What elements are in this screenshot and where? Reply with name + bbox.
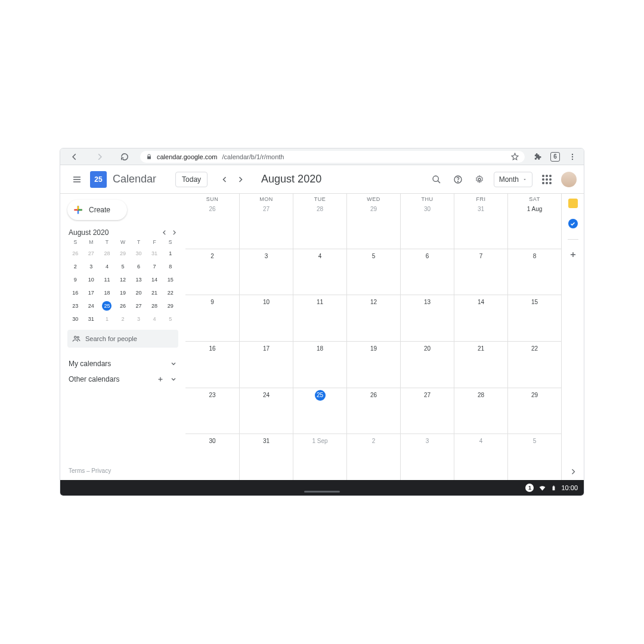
mini-day-cell[interactable]: 29	[166, 301, 175, 311]
day-cell[interactable]: 10	[239, 295, 293, 341]
help-icon[interactable]	[451, 172, 465, 187]
address-bar[interactable]: calendar.google.com/calendar/b/1/r/month	[140, 151, 525, 163]
mini-day-cell[interactable]: 10	[86, 275, 96, 284]
mini-calendar[interactable]: SMTWTFS262728293031123456789101112131415…	[67, 239, 178, 324]
mini-day-cell[interactable]: 28	[150, 301, 159, 311]
mini-day-cell[interactable]: 1	[102, 314, 112, 324]
mini-day-cell[interactable]: 7	[150, 262, 159, 271]
day-cell[interactable]: 29	[507, 388, 561, 434]
day-cell[interactable]: 8	[507, 249, 561, 295]
day-cell[interactable]: 12	[346, 295, 400, 341]
mini-day-cell[interactable]: 24	[86, 301, 96, 311]
mini-day-cell[interactable]: 30	[134, 249, 144, 258]
mini-day-cell[interactable]: 9	[70, 275, 80, 284]
mini-day-cell[interactable]: 4	[150, 314, 159, 324]
settings-gear-icon[interactable]	[472, 172, 487, 187]
day-cell[interactable]: 22	[507, 342, 561, 388]
mini-prev-icon[interactable]	[162, 230, 168, 236]
mini-day-cell[interactable]: 26	[118, 301, 128, 311]
day-cell[interactable]: 31	[239, 434, 293, 480]
day-cell[interactable]: 9	[185, 295, 239, 341]
day-cell[interactable]: 23	[185, 388, 239, 434]
browser-menu-icon[interactable]	[568, 153, 577, 161]
bookmark-star-icon[interactable]	[511, 153, 519, 160]
day-cell[interactable]: 7	[454, 249, 507, 295]
day-cell[interactable]: 11	[293, 295, 346, 341]
day-cell[interactable]: 27	[239, 202, 293, 249]
mini-day-cell[interactable]: 8	[166, 262, 175, 271]
next-period-icon[interactable]	[234, 173, 247, 186]
day-cell[interactable]: 1 Sep	[293, 434, 346, 480]
mini-day-cell[interactable]: 12	[118, 275, 128, 284]
mini-day-cell[interactable]: 6	[134, 262, 144, 271]
main-menu-icon[interactable]	[70, 172, 84, 187]
day-cell[interactable]: 28	[293, 202, 346, 249]
mini-day-cell[interactable]: 14	[150, 275, 159, 284]
mini-day-cell[interactable]: 5	[118, 262, 128, 271]
day-cell[interactable]: 4	[454, 434, 507, 480]
reload-icon[interactable]	[117, 150, 132, 164]
mini-day-cell[interactable]: 29	[118, 249, 128, 258]
create-button[interactable]: Create	[67, 200, 127, 220]
add-other-calendar-icon[interactable]	[157, 376, 164, 383]
extensions-icon[interactable]	[533, 152, 542, 161]
add-addon-icon[interactable]	[569, 250, 577, 259]
terms-link[interactable]: Terms	[69, 467, 85, 474]
day-cell[interactable]: 15	[507, 295, 561, 341]
forward-icon[interactable]	[92, 150, 107, 164]
mini-day-cell[interactable]: 17	[86, 288, 96, 298]
day-cell[interactable]: 17	[239, 342, 293, 388]
day-cell[interactable]: 30	[185, 434, 239, 480]
mini-day-cell[interactable]: 31	[86, 314, 96, 324]
day-cell[interactable]: 6	[400, 249, 454, 295]
mini-day-cell[interactable]: 20	[134, 288, 144, 298]
mini-day-cell[interactable]: 28	[102, 249, 112, 258]
account-avatar[interactable]	[561, 172, 577, 187]
day-cell[interactable]: 21	[454, 342, 507, 388]
mini-day-cell[interactable]: 19	[118, 288, 128, 298]
tasks-icon[interactable]	[568, 219, 578, 228]
mini-day-cell[interactable]: 1	[166, 249, 175, 258]
day-cell[interactable]: 30	[400, 202, 454, 249]
mini-day-cell[interactable]: 13	[134, 275, 144, 284]
keep-icon[interactable]	[568, 199, 578, 208]
mini-day-cell[interactable]: 31	[150, 249, 159, 258]
mini-day-cell[interactable]: 27	[86, 249, 96, 258]
back-icon[interactable]	[67, 150, 82, 164]
mini-day-cell[interactable]: 22	[166, 288, 175, 298]
day-cell[interactable]: 28	[454, 388, 507, 434]
day-cell[interactable]: 27	[400, 388, 454, 434]
today-button[interactable]: Today	[175, 172, 208, 187]
day-cell[interactable]: 2	[185, 249, 239, 295]
day-cell[interactable]: 18	[293, 342, 346, 388]
os-taskbar[interactable]: 1 10:00	[60, 480, 584, 496]
mini-day-cell[interactable]: 15	[166, 275, 175, 284]
search-people-input[interactable]: Search for people	[67, 330, 178, 348]
mini-day-cell[interactable]: 11	[102, 275, 112, 284]
view-switcher-button[interactable]: Month	[494, 172, 532, 187]
mini-day-cell[interactable]: 21	[150, 288, 159, 298]
mini-day-cell[interactable]: 26	[70, 249, 80, 258]
day-cell[interactable]: 16	[185, 342, 239, 388]
privacy-link[interactable]: Privacy	[91, 467, 111, 474]
mini-day-cell[interactable]: 25	[102, 301, 112, 311]
day-cell[interactable]: 14	[454, 295, 507, 341]
day-cell[interactable]: 20	[400, 342, 454, 388]
day-cell[interactable]: 5	[507, 434, 561, 480]
tab-count-badge[interactable]: 6	[550, 152, 560, 162]
mini-day-cell[interactable]: 2	[70, 262, 80, 271]
mini-day-cell[interactable]: 16	[70, 288, 80, 298]
mini-day-cell[interactable]: 5	[166, 314, 175, 324]
day-cell[interactable]: 24	[239, 388, 293, 434]
day-cell[interactable]: 1 Aug	[507, 202, 561, 249]
day-cell[interactable]: 29	[346, 202, 400, 249]
day-cell[interactable]: 2	[346, 434, 400, 480]
prev-period-icon[interactable]	[218, 173, 231, 186]
mini-day-cell[interactable]: 18	[102, 288, 112, 298]
day-cell[interactable]: 25	[293, 388, 346, 434]
day-cell[interactable]: 13	[400, 295, 454, 341]
mini-day-cell[interactable]: 2	[118, 314, 128, 324]
day-cell[interactable]: 4	[293, 249, 346, 295]
google-apps-icon[interactable]	[540, 172, 554, 187]
other-calendars-row[interactable]: Other calendars	[67, 371, 178, 387]
